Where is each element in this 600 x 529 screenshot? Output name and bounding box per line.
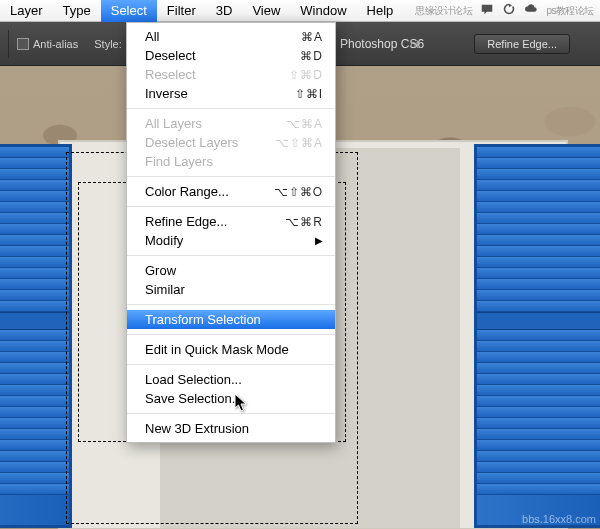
submenu-arrow-icon: ▶ [315, 235, 323, 246]
menu-item-inverse[interactable]: Inverse⇧⌘I [127, 84, 335, 103]
sync-icon[interactable] [502, 2, 516, 19]
menu-item-shortcut: ⇧⌘I [295, 87, 323, 101]
menu-item-shortcut: ⌥⌘A [286, 117, 323, 131]
menu-item-label: All Layers [145, 116, 286, 131]
menu-item-new-3d-extrusion[interactable]: New 3D Extrusion [127, 419, 335, 438]
menu-separator [127, 255, 335, 256]
menu-item-shortcut: ⌥⇧⌘A [275, 136, 323, 150]
watermark-right: ps教程论坛 [546, 4, 594, 18]
menubar-right-icons: 思缘设计论坛 ps教程论坛 [415, 2, 600, 19]
watermark-left: 思缘设计论坛 [415, 4, 472, 18]
menu-item-label: Load Selection... [145, 372, 323, 387]
shutter-right [474, 144, 600, 528]
menu-select[interactable]: Select [101, 0, 157, 22]
menu-item-modify[interactable]: Modify▶ [127, 231, 335, 250]
menu-item-shortcut: ⇧⌘D [289, 68, 323, 82]
menu-item-label: Color Range... [145, 184, 274, 199]
menu-item-all[interactable]: All⌘A [127, 27, 335, 46]
menu-layer[interactable]: Layer [0, 0, 53, 22]
system-menubar: Layer Type Select Filter 3D View Window … [0, 0, 600, 22]
menu-3d[interactable]: 3D [206, 0, 243, 22]
menu-view[interactable]: View [242, 0, 290, 22]
menu-separator [127, 413, 335, 414]
menu-item-label: Deselect Layers [145, 135, 275, 150]
menu-item-label: Inverse [145, 86, 295, 101]
menu-item-all-layers: All Layers⌥⌘A [127, 114, 335, 133]
menu-item-label: Modify [145, 233, 311, 248]
menu-item-transform-selection[interactable]: Transform Selection [127, 310, 335, 329]
menu-item-label: Save Selection... [145, 391, 323, 406]
menu-help[interactable]: Help [357, 0, 404, 22]
menu-separator [127, 334, 335, 335]
anti-alias-checkbox[interactable] [17, 38, 29, 50]
menu-item-label: Edit in Quick Mask Mode [145, 342, 323, 357]
menu-item-shortcut: ⌘D [300, 49, 323, 63]
menu-item-refine-edge[interactable]: Refine Edge...⌥⌘R [127, 212, 335, 231]
menu-item-deselect-layers: Deselect Layers⌥⇧⌘A [127, 133, 335, 152]
menu-item-label: New 3D Extrusion [145, 421, 323, 436]
menu-item-label: Deselect [145, 48, 300, 63]
menu-item-label: Refine Edge... [145, 214, 285, 229]
menu-separator [127, 108, 335, 109]
toolbar-separator [8, 30, 9, 58]
menu-item-shortcut: ⌥⇧⌘O [274, 185, 323, 199]
menu-item-find-layers: Find Layers [127, 152, 335, 171]
menu-type[interactable]: Type [53, 0, 101, 22]
menu-item-save-selection[interactable]: Save Selection... [127, 389, 335, 408]
menu-item-label: Similar [145, 282, 323, 297]
menu-item-shortcut: ⌥⌘R [285, 215, 323, 229]
menu-separator [127, 364, 335, 365]
menu-item-reselect: Reselect⇧⌘D [127, 65, 335, 84]
cloud-icon[interactable] [524, 2, 538, 19]
menu-item-shortcut: ⌘A [301, 30, 323, 44]
select-menu-dropdown: All⌘ADeselect⌘DReselect⇧⌘DInverse⇧⌘IAll … [126, 22, 336, 443]
menu-item-load-selection[interactable]: Load Selection... [127, 370, 335, 389]
anti-alias-label: Anti-alias [33, 38, 78, 50]
refine-edge-button[interactable]: Refine Edge... [474, 34, 570, 54]
menu-item-label: Reselect [145, 67, 289, 82]
menu-item-similar[interactable]: Similar [127, 280, 335, 299]
menu-item-label: Find Layers [145, 154, 323, 169]
menu-separator [127, 304, 335, 305]
menu-item-label: All [145, 29, 301, 44]
menu-separator [127, 206, 335, 207]
menu-item-grow[interactable]: Grow [127, 261, 335, 280]
menu-item-label: Transform Selection [145, 312, 323, 327]
menu-window[interactable]: Window [290, 0, 356, 22]
menu-item-label: Grow [145, 263, 323, 278]
chat-icon[interactable] [480, 2, 494, 19]
shutter-left [0, 144, 72, 528]
menu-item-color-range[interactable]: Color Range...⌥⇧⌘O [127, 182, 335, 201]
corner-watermark: bbs.16xx8.com [522, 513, 596, 525]
menu-item-edit-in-quick-mask-mode[interactable]: Edit in Quick Mask Mode [127, 340, 335, 359]
menu-item-deselect[interactable]: Deselect⌘D [127, 46, 335, 65]
style-label: Style: [94, 38, 122, 50]
height-label: ht: [410, 38, 422, 50]
menu-filter[interactable]: Filter [157, 0, 206, 22]
menu-separator [127, 176, 335, 177]
